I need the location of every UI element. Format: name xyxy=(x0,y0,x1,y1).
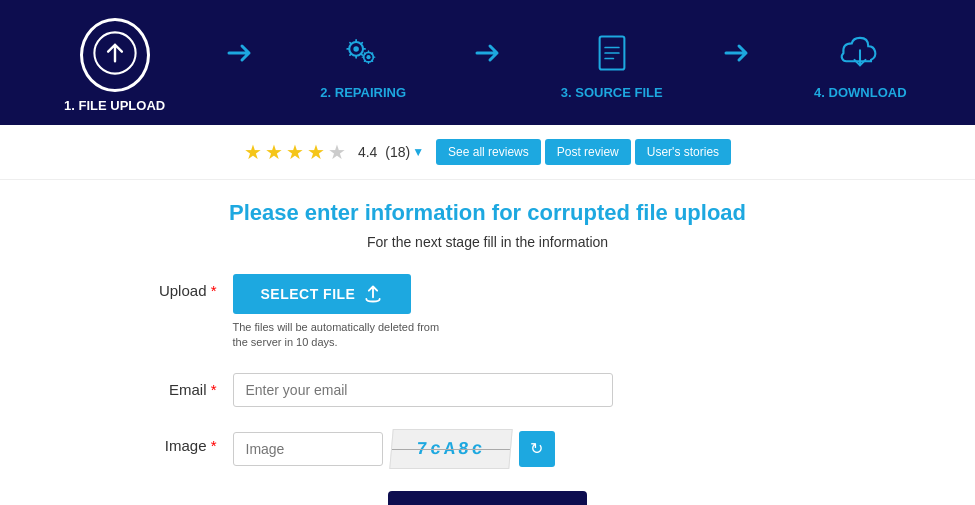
upload-control-wrap: SELECT FILE The files will be automatica… xyxy=(233,274,833,351)
post-review-btn[interactable]: Post review xyxy=(545,139,631,165)
email-row: Email * xyxy=(143,373,833,407)
captcha-image: 7cA8c xyxy=(389,429,512,469)
step-icon-wrap-download xyxy=(838,31,882,79)
star-1: ★ xyxy=(244,140,262,164)
captcha-input[interactable] xyxy=(233,432,383,466)
upload-row: Upload * SELECT FILE The files will be a… xyxy=(143,274,833,351)
image-label: Image * xyxy=(143,429,233,454)
captcha-refresh-button[interactable]: ↻ xyxy=(519,431,555,467)
page-title: Please enter information for corrupted f… xyxy=(143,200,833,226)
arrow-1 xyxy=(224,38,254,75)
document-icon xyxy=(590,31,634,75)
upload-label: Upload * xyxy=(143,274,233,299)
upload-icon xyxy=(363,284,383,304)
next-step-wrap: NEXT STEP ➜ xyxy=(143,491,833,505)
rating-value: 4.4 (18)▼ xyxy=(358,144,424,160)
users-stories-btn[interactable]: User's stories xyxy=(635,139,731,165)
svg-point-2 xyxy=(354,46,360,52)
star-2: ★ xyxy=(265,140,283,164)
step-icon-wrap-upload xyxy=(80,18,150,92)
refresh-icon: ↻ xyxy=(530,439,543,458)
step-label-upload: 1. FILE UPLOAD xyxy=(64,98,165,113)
email-input[interactable] xyxy=(233,373,613,407)
star-3: ★ xyxy=(286,140,304,164)
star-5: ★ xyxy=(328,140,346,164)
step-file-upload[interactable]: 1. FILE UPLOAD xyxy=(55,18,175,113)
step-repairing[interactable]: 2. REPAIRING xyxy=(303,31,423,100)
arrow-3 xyxy=(721,38,751,75)
arrow-2 xyxy=(472,38,502,75)
upload-note: The files will be automatically deleted … xyxy=(233,320,453,351)
email-label: Email * xyxy=(143,373,233,398)
download-cloud-icon xyxy=(838,31,882,75)
star-rating: ★ ★ ★ ★ ★ xyxy=(244,140,346,164)
page-subtitle: For the next stage fill in the informati… xyxy=(143,234,833,250)
rating-bar: ★ ★ ★ ★ ★ 4.4 (18)▼ See all reviews Post… xyxy=(0,125,975,180)
gears-icon xyxy=(341,31,385,75)
email-control-wrap xyxy=(233,373,833,407)
star-4: ★ xyxy=(307,140,325,164)
select-file-button[interactable]: SELECT FILE xyxy=(233,274,412,314)
steps-bar: 1. FILE UPLOAD 2. REPAIRING xyxy=(0,0,975,125)
main-content: Please enter information for corrupted f… xyxy=(113,180,863,505)
image-control-wrap: 7cA8c ↻ xyxy=(233,429,833,469)
captcha-row: 7cA8c ↻ xyxy=(233,429,833,469)
next-step-button[interactable]: NEXT STEP ➜ xyxy=(388,491,587,505)
step-icon-wrap-source xyxy=(590,31,634,79)
step-label-source: 3. SOURCE FILE xyxy=(561,85,663,100)
image-row: Image * 7cA8c ↻ xyxy=(143,429,833,469)
review-buttons: See all reviews Post review User's stori… xyxy=(436,139,731,165)
step-label-repairing: 2. REPAIRING xyxy=(320,85,406,100)
step-label-download: 4. DOWNLOAD xyxy=(814,85,906,100)
upload-cloud-icon xyxy=(93,31,137,75)
svg-point-4 xyxy=(367,55,371,59)
step-icon-wrap-repairing xyxy=(341,31,385,79)
step-download[interactable]: 4. DOWNLOAD xyxy=(800,31,920,100)
step-source-file[interactable]: 3. SOURCE FILE xyxy=(552,31,672,100)
see-all-reviews-btn[interactable]: See all reviews xyxy=(436,139,541,165)
